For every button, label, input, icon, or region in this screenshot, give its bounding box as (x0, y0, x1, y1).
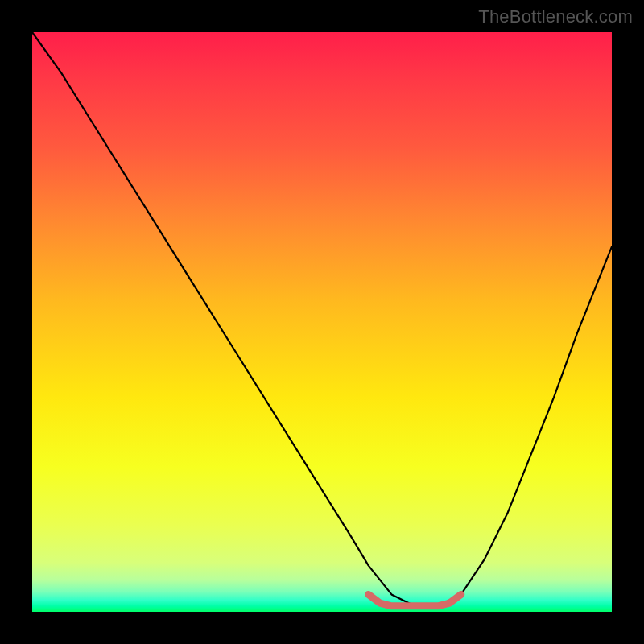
series-optimal-marker (369, 594, 461, 605)
series-bottleneck-curve (32, 32, 612, 606)
chart-frame: TheBottleneck.com (0, 0, 644, 644)
chart-svg (32, 32, 612, 612)
plot-area (32, 32, 612, 612)
watermark-text: TheBottleneck.com (478, 6, 633, 27)
